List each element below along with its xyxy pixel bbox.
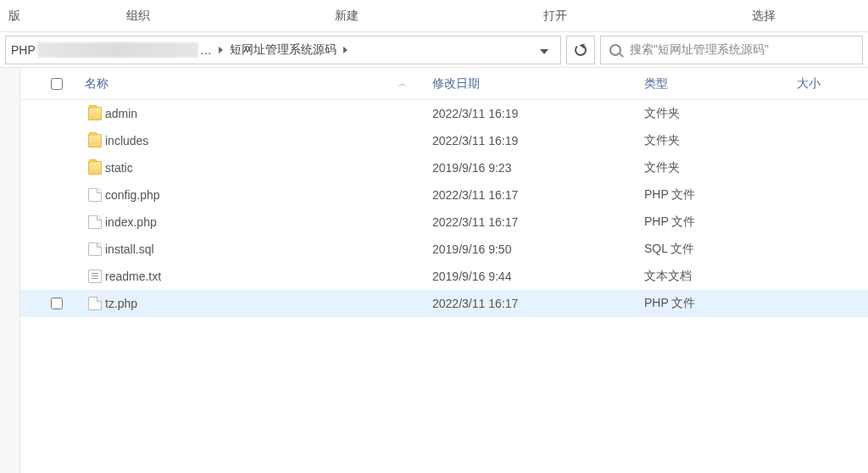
file-icon — [85, 242, 105, 256]
chevron-right-icon — [338, 45, 353, 55]
file-name: tz.php — [105, 297, 432, 310]
file-name: admin — [105, 107, 432, 120]
file-date: 2019/9/16 9:44 — [432, 270, 644, 283]
sort-indicator-icon: ︿ — [398, 78, 407, 90]
file-date: 2022/3/11 16:17 — [432, 215, 644, 229]
row-checkbox[interactable] — [51, 298, 85, 309]
chevron-down-icon — [540, 49, 548, 54]
column-header-row: 名称 ︿ 修改日期 类型 大小 — [20, 68, 868, 100]
file-name: readme.txt — [105, 270, 432, 283]
file-date: 2022/3/11 16:19 — [432, 107, 644, 120]
column-header-type[interactable]: 类型 — [644, 76, 797, 92]
breadcrumb-segment-ellipsis[interactable]: … — [200, 43, 212, 57]
file-icon — [85, 188, 105, 202]
select-all-checkbox[interactable] — [51, 78, 85, 90]
text-file-icon — [85, 270, 105, 283]
address-bar-row: PHP … 短网址管理系统源码 搜索"短网址管理系统源码" — [0, 32, 868, 68]
file-type: PHP 文件 — [644, 187, 797, 203]
file-name: static — [105, 161, 432, 175]
file-list: 名称 ︿ 修改日期 类型 大小 admin2022/3/11 16:19文件夹i… — [20, 68, 868, 473]
ribbon-tab-clipboard[interactable]: 版 — [0, 0, 34, 31]
file-name: index.php — [105, 215, 432, 229]
file-type: PHP 文件 — [644, 296, 797, 311]
file-date: 2019/9/16 9:50 — [432, 242, 644, 256]
column-header-label: 名称 — [85, 76, 108, 92]
file-name: includes — [105, 134, 432, 147]
breadcrumb-segment[interactable]: 短网址管理系统源码 — [230, 42, 337, 58]
file-name: config.php — [105, 188, 432, 202]
search-input[interactable]: 搜索"短网址管理系统源码" — [600, 36, 863, 64]
file-row[interactable]: readme.txt2019/9/16 9:44文本文档 — [20, 263, 868, 290]
file-icon — [85, 297, 105, 310]
ribbon-toolbar: 版 组织 新建 打开 选择 — [0, 0, 868, 32]
file-row[interactable]: index.php2022/3/11 16:17PHP 文件 — [20, 209, 868, 236]
file-row[interactable]: config.php2022/3/11 16:17PHP 文件 — [20, 181, 868, 209]
file-type: SQL 文件 — [644, 242, 797, 257]
file-row[interactable]: admin2022/3/11 16:19文件夹 — [20, 100, 868, 127]
file-type: PHP 文件 — [644, 214, 797, 230]
folder-icon — [85, 134, 105, 147]
nav-pane-collapsed[interactable] — [0, 68, 20, 473]
breadcrumb-dropdown[interactable] — [533, 43, 555, 57]
file-type: 文本文档 — [644, 269, 797, 284]
search-icon — [609, 44, 621, 56]
refresh-icon — [575, 44, 587, 56]
column-header-size[interactable]: 大小 — [797, 76, 868, 92]
file-date: 2019/9/16 9:23 — [432, 161, 644, 175]
file-type: 文件夹 — [644, 106, 797, 121]
breadcrumb-segment-blurred — [37, 42, 198, 58]
file-date: 2022/3/11 16:19 — [432, 134, 644, 147]
ribbon-tab-new[interactable]: 新建 — [242, 0, 451, 31]
breadcrumb[interactable]: PHP … 短网址管理系统源码 — [5, 36, 561, 64]
file-date: 2022/3/11 16:17 — [432, 188, 644, 202]
breadcrumb-segment[interactable]: PHP — [11, 43, 36, 57]
search-placeholder: 搜索"短网址管理系统源码" — [630, 42, 769, 58]
column-header-date[interactable]: 修改日期 — [432, 76, 644, 92]
ribbon-tab-organize[interactable]: 组织 — [34, 0, 242, 31]
ribbon-tab-open[interactable]: 打开 — [451, 0, 659, 31]
chevron-right-icon — [214, 45, 228, 55]
folder-icon — [85, 107, 105, 120]
file-type: 文件夹 — [644, 133, 797, 148]
file-icon — [85, 215, 105, 229]
file-row[interactable]: includes2022/3/11 16:19文件夹 — [20, 127, 868, 154]
column-header-name[interactable]: 名称 ︿ — [85, 76, 432, 92]
folder-icon — [85, 161, 105, 175]
file-row[interactable]: install.sql2019/9/16 9:50SQL 文件 — [20, 236, 868, 263]
file-type: 文件夹 — [644, 160, 797, 175]
file-name: install.sql — [105, 242, 432, 256]
ribbon-tab-select[interactable]: 选择 — [659, 0, 868, 31]
file-date: 2022/3/11 16:17 — [432, 297, 644, 310]
refresh-button[interactable] — [566, 36, 595, 64]
file-row[interactable]: static2019/9/16 9:23文件夹 — [20, 154, 868, 181]
file-row[interactable]: tz.php2022/3/11 16:17PHP 文件 — [20, 290, 868, 317]
